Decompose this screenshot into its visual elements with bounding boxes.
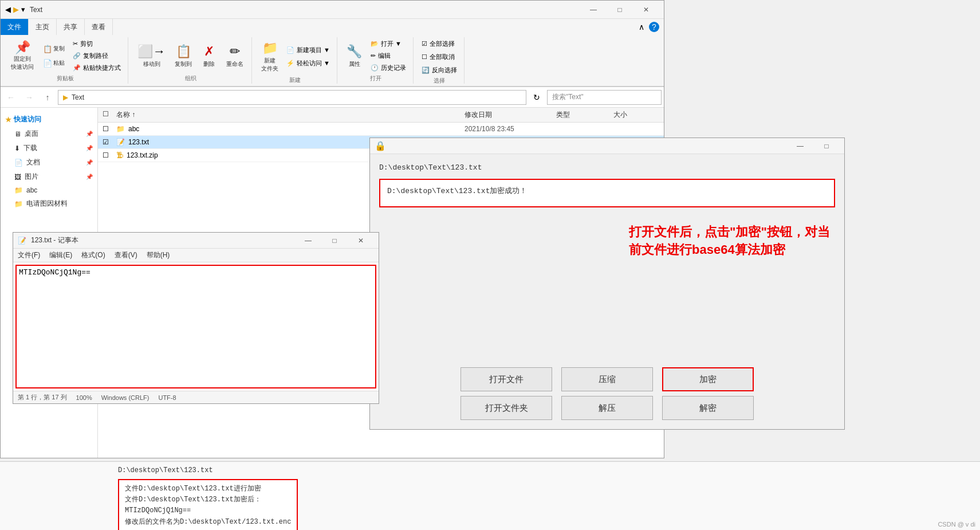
decompress-button[interactable]: 解压 (561, 396, 653, 420)
ribbon-collapse-icon[interactable]: ∧ (639, 22, 644, 32)
properties-button[interactable]: 🔧 属性 (343, 42, 366, 70)
notepad-content-area[interactable]: MTIzDQoNCjQ1Ng== (15, 265, 376, 388)
app-content: D:\desktop\Text\123.txt D:\desktop\Text\… (370, 154, 844, 429)
ribbon-group-select-content: ☑ 全部选择 ☐ 全部取消 🔄 反向选择 (419, 38, 459, 76)
app-maximize-button[interactable]: □ (813, 137, 840, 155)
cut-icon: ✂ (73, 40, 78, 48)
up-button[interactable]: ↑ (40, 89, 56, 105)
console-line-3: MTIzDQoNCjQ1Ng== (125, 505, 291, 516)
sidebar-item-downloads[interactable]: ⬇ 下载 📌 (1, 141, 97, 155)
tab-home[interactable]: 主页 (29, 19, 57, 35)
notepad-maximize-button[interactable]: □ (321, 231, 348, 250)
maximize-button[interactable]: □ (607, 1, 633, 19)
explorer-title: Text (30, 6, 580, 14)
refresh-button[interactable]: ↻ (529, 89, 545, 105)
delete-icon: ✗ (204, 44, 214, 59)
txt-file-icon: 📝 (116, 138, 125, 146)
tab-file[interactable]: 文件 (1, 19, 29, 35)
sidebar-item-resources[interactable]: 📁 电请图因材料 (1, 197, 97, 211)
app-hint-text: 打开文件后，点击"加密"按钮，对当前文件进行base64算法加密 (629, 223, 835, 259)
app-btn-row-2: 打开文件夹 解压 解密 (379, 396, 835, 420)
ribbon-content: 📌 固定到快速访问 📋 复制 📄 粘贴 (1, 35, 664, 87)
encrypt-button[interactable]: 加密 (662, 367, 754, 391)
help-icon[interactable]: ? (649, 22, 659, 32)
sidebar-abc-label: abc (26, 186, 37, 194)
invert-selection-button[interactable]: 🔄 反向选择 (419, 65, 459, 76)
compress-button[interactable]: 压缩 (561, 367, 653, 391)
name-header[interactable]: 名称 ↑ (116, 110, 465, 120)
copy-button[interactable]: 📋 复制 (40, 42, 68, 56)
new-folder-button[interactable]: 📁 新建文件夹 (258, 38, 282, 75)
forward-button[interactable]: → (21, 89, 37, 105)
rename-icon: ✏ (230, 44, 240, 59)
organize-group-label: 组织 (185, 74, 196, 83)
decrypt-button[interactable]: 解密 (662, 396, 754, 420)
copy-path-button[interactable]: 🔗 复制路径 (70, 50, 123, 61)
path-text: Text (72, 93, 84, 101)
zip-file-icon: 🗜 (116, 151, 123, 159)
sidebar-resources-label: 电请图因材料 (26, 199, 68, 209)
star-icon: ★ (5, 116, 11, 124)
row-checkbox[interactable]: ☐ (103, 125, 116, 133)
address-path[interactable]: ▶ Text (58, 90, 526, 105)
pin-indicator-4: 📌 (86, 174, 93, 180)
move-to-button[interactable]: ⬜→ 移动到 (134, 42, 169, 70)
notepad-menu-edit[interactable]: 编辑(E) (47, 250, 74, 260)
notepad-minimize-button[interactable]: — (295, 231, 321, 250)
sidebar-item-documents[interactable]: 📄 文档 📌 (1, 155, 97, 170)
notepad-menu-file[interactable]: 文件(F) (15, 250, 42, 260)
row-checkbox-zip[interactable]: ☐ (103, 151, 116, 159)
new-item-button[interactable]: 📄 新建项目 ▼ (284, 45, 332, 56)
file-row[interactable]: ☐ 📁 abc 2021/10/8 23:45 (98, 123, 664, 136)
documents-icon: 📄 (14, 159, 23, 167)
watermark: CSDN @ v di (938, 521, 975, 528)
sidebar-item-desktop[interactable]: 🖥 桌面 📌 (1, 127, 97, 141)
paste-button[interactable]: 📄 粘贴 (40, 57, 68, 70)
edit-button[interactable]: ✏ 编辑 (368, 50, 408, 61)
back-button[interactable]: ← (3, 89, 19, 105)
history-button[interactable]: 🕐 历史记录 (368, 62, 408, 73)
select-all-button[interactable]: ☑ 全部选择 (419, 38, 459, 49)
history-icon: 🕐 (371, 64, 379, 72)
desktop-icon: 🖥 (14, 130, 21, 138)
open-file-button[interactable]: 打开文件 (461, 367, 552, 391)
sidebar-item-pictures[interactable]: 🖼 图片 📌 (1, 170, 97, 184)
notepad-window: 📝 123.txt - 记事本 — □ ✕ 文件(F) 编辑(E) 格式(O) … (13, 232, 379, 404)
tab-share[interactable]: 共享 (57, 19, 85, 35)
bottom-console: D:\desktop\Text\123.txt 文件D:\desktop\Tex… (0, 461, 980, 530)
notepad-menu-help[interactable]: 帮助(H) (144, 250, 172, 260)
minimize-button[interactable]: — (580, 1, 607, 19)
sidebar-item-abc[interactable]: 📁 abc (1, 184, 97, 197)
close-button[interactable]: ✕ (633, 1, 659, 19)
cut-button[interactable]: ✂ 剪切 (70, 38, 123, 49)
pin-to-quick-access-button[interactable]: 📌 固定到快速访问 (7, 39, 37, 73)
tab-view[interactable]: 查看 (85, 19, 113, 35)
select-none-button[interactable]: ☐ 全部取消 (419, 52, 459, 62)
copy-to-icon: 📋 (176, 44, 191, 59)
paste-shortcut-button[interactable]: 📌 粘贴快捷方式 (70, 62, 123, 73)
open-button[interactable]: 📂 打开 ▼ (368, 38, 408, 49)
ribbon-group-organize: ⬜→ 移动到 📋 复制到 ✗ 删除 ✏ 重命名 (129, 37, 252, 84)
app-minimize-button[interactable]: — (787, 137, 813, 155)
notepad-title-bar: 📝 123.txt - 记事本 — □ ✕ (13, 233, 379, 249)
notepad-menu-format[interactable]: 格式(O) (79, 250, 107, 260)
app-icon: 🔒 (375, 140, 386, 151)
notepad-close-button[interactable]: ✕ (348, 231, 374, 250)
type-header[interactable]: 类型 (556, 110, 613, 120)
notepad-menu-view[interactable]: 查看(V) (112, 250, 140, 260)
rename-button[interactable]: ✏ 重命名 (223, 42, 247, 70)
cursor-position: 第 1 行，第 17 列 (18, 393, 67, 402)
size-header[interactable]: 大小 (613, 110, 659, 120)
easy-access-button[interactable]: ⚡ 轻松访问 ▼ (284, 58, 332, 69)
folder-title-icon: ▶ (13, 5, 19, 14)
date-header[interactable]: 修改日期 (465, 110, 556, 120)
row-checkbox-checked[interactable]: ☑ (103, 138, 116, 146)
delete-button[interactable]: ✗ 删除 (198, 42, 221, 70)
quick-access-header[interactable]: ★ 快速访问 (1, 112, 97, 127)
copy-to-button[interactable]: 📋 复制到 (171, 42, 195, 70)
ribbon-group-open: 🔧 属性 📂 打开 ▼ ✏ 编辑 🕐 (339, 37, 414, 84)
open-folder-button[interactable]: 打开文件夹 (461, 396, 552, 420)
search-box[interactable]: 搜索"Text" (547, 90, 662, 105)
pin-indicator-3: 📌 (86, 159, 93, 166)
new-item-icon: 📄 (286, 46, 294, 54)
